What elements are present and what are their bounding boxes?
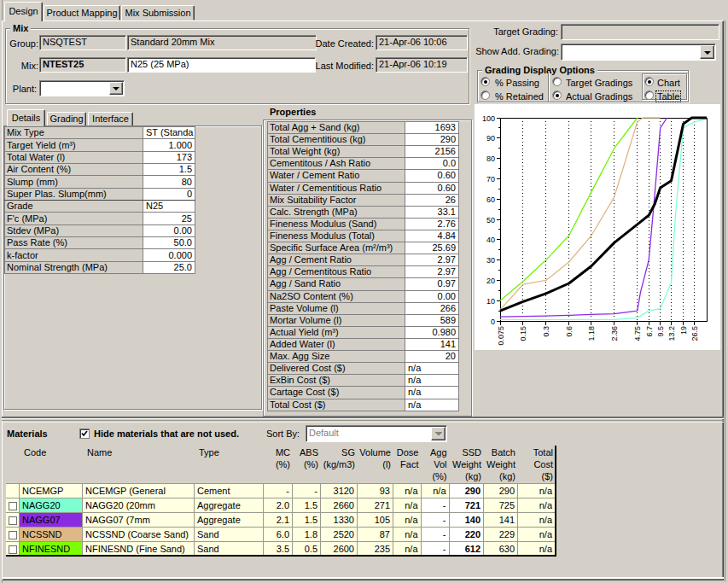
svg-text:20: 20 — [486, 277, 495, 285]
svg-text:4.75: 4.75 — [633, 326, 642, 341]
svg-text:2.36: 2.36 — [610, 326, 619, 341]
svg-text:26.5: 26.5 — [690, 326, 699, 341]
svg-text:19: 19 — [679, 326, 688, 335]
svg-text:0.075: 0.075 — [497, 326, 505, 346]
svg-text:70: 70 — [486, 175, 495, 184]
svg-text:80: 80 — [486, 154, 495, 163]
svg-text:0.6: 0.6 — [565, 326, 574, 337]
svg-text:30: 30 — [486, 256, 495, 265]
svg-text:90: 90 — [486, 134, 495, 143]
svg-text:6.7: 6.7 — [645, 326, 654, 337]
svg-text:9.5: 9.5 — [656, 326, 665, 337]
svg-text:1.18: 1.18 — [587, 326, 596, 341]
svg-text:0.15: 0.15 — [519, 326, 527, 341]
svg-text:50: 50 — [486, 216, 495, 224]
svg-text:10: 10 — [486, 297, 495, 306]
svg-text:0.3: 0.3 — [542, 326, 550, 337]
svg-text:40: 40 — [486, 236, 495, 244]
svg-text:13.2: 13.2 — [667, 326, 676, 341]
svg-text:0: 0 — [491, 318, 495, 326]
svg-text:60: 60 — [486, 195, 495, 204]
svg-text:100: 100 — [482, 114, 495, 123]
